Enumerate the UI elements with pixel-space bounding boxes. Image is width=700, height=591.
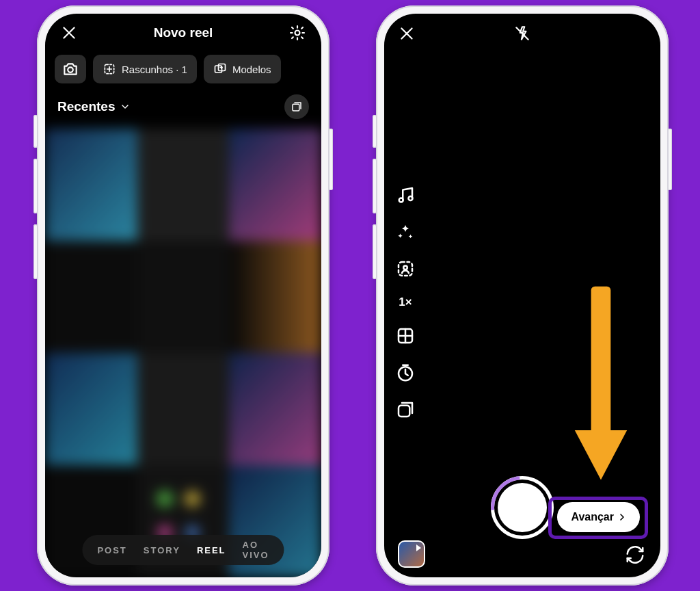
music-icon[interactable] xyxy=(395,185,416,205)
settings-gear-icon[interactable] xyxy=(288,24,306,42)
open-camera-button[interactable] xyxy=(55,55,86,83)
svg-point-0 xyxy=(295,31,300,36)
phone-side-button xyxy=(668,129,672,190)
close-icon[interactable] xyxy=(398,25,416,42)
screen-camera: 1× Avançar xyxy=(384,14,660,577)
close-icon[interactable] xyxy=(60,24,78,42)
gallery-thumbnail-button[interactable] xyxy=(398,540,425,568)
chevron-down-icon xyxy=(120,101,131,112)
templates-label: Modelos xyxy=(232,64,271,75)
effects-icon[interactable] xyxy=(395,222,416,242)
svg-marker-14 xyxy=(575,430,627,480)
phone-right: 1× Avançar xyxy=(376,5,669,586)
media-gallery-grid[interactable] xyxy=(45,129,321,577)
phone-left: Novo reel Rascunhos · 1 Mode xyxy=(37,5,329,586)
dual-capture-icon[interactable] xyxy=(395,399,416,420)
top-bar: Novo reel xyxy=(45,14,321,52)
album-selector-label: Recentes xyxy=(57,99,116,114)
next-button[interactable]: Avançar xyxy=(557,502,640,532)
mode-live[interactable]: AO VIVO xyxy=(243,540,269,560)
mode-reel[interactable]: REEL xyxy=(197,545,226,555)
svg-point-6 xyxy=(399,198,403,202)
templates-icon xyxy=(213,62,227,76)
multi-select-icon xyxy=(291,101,303,113)
svg-rect-5 xyxy=(293,104,299,111)
phone-side-button xyxy=(329,129,333,190)
timer-icon[interactable] xyxy=(395,363,416,383)
page-title: Novo reel xyxy=(154,25,213,40)
camera-top-bar xyxy=(384,14,660,53)
multi-select-button[interactable] xyxy=(284,94,309,119)
drafts-button[interactable]: Rascunhos · 1 xyxy=(93,55,197,83)
phone-side-button xyxy=(33,115,38,148)
next-button-label: Avançar xyxy=(571,511,614,523)
phone-side-button xyxy=(373,115,377,148)
screen-gallery-picker: Novo reel Rascunhos · 1 Mode xyxy=(45,14,321,577)
svg-point-1 xyxy=(68,67,73,73)
phone-side-button xyxy=(33,224,38,279)
camera-tool-rail: 1× xyxy=(395,185,416,420)
capture-mode-selector[interactable]: POST STORY REEL AO VIVO xyxy=(82,535,284,565)
shutter-button[interactable] xyxy=(491,476,554,539)
drafts-label: Rascunhos · 1 xyxy=(122,64,187,75)
flip-camera-icon[interactable] xyxy=(625,544,645,565)
mode-post[interactable]: POST xyxy=(97,545,126,555)
camera-icon xyxy=(62,60,79,78)
zoom-indicator[interactable]: 1× xyxy=(399,296,412,309)
phone-side-button xyxy=(373,224,377,279)
svg-rect-13 xyxy=(591,287,611,437)
svg-point-7 xyxy=(409,196,413,200)
phone-side-button xyxy=(33,159,38,213)
chevron-right-icon xyxy=(617,512,628,523)
mode-story[interactable]: STORY xyxy=(144,545,180,555)
drafts-icon xyxy=(103,62,116,76)
green-screen-icon[interactable] xyxy=(395,259,416,279)
phone-side-button xyxy=(373,159,377,213)
album-selector-row: Recentes xyxy=(45,93,321,126)
flash-off-icon[interactable] xyxy=(513,25,531,42)
layout-icon[interactable] xyxy=(395,326,416,346)
shutter-inner xyxy=(498,483,547,532)
shutter-ring xyxy=(491,476,554,539)
album-selector[interactable]: Recentes xyxy=(57,99,131,114)
svg-rect-12 xyxy=(399,406,409,417)
templates-button[interactable]: Modelos xyxy=(204,55,281,83)
annotation-arrow xyxy=(571,282,630,487)
chip-row: Rascunhos · 1 Modelos xyxy=(45,52,321,93)
svg-point-9 xyxy=(403,265,407,270)
